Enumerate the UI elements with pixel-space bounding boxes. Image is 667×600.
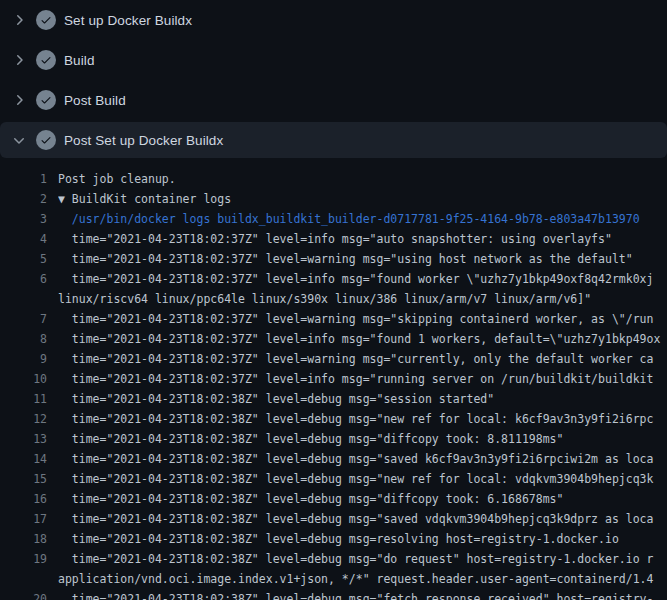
log-line-number[interactable]: 6 (0, 269, 47, 289)
log-line: 4 time="2021-04-23T18:02:37Z" level=info… (0, 229, 667, 249)
log-line: 14 time="2021-04-23T18:02:38Z" level=deb… (0, 449, 667, 469)
log-viewer: 1 Post job cleanup. 2 ▼ BuildKit contain… (0, 169, 667, 600)
log-line: 3 /usr/bin/docker logs buildx_buildkit_b… (0, 209, 667, 229)
log-line-number[interactable]: 19 (0, 549, 47, 569)
log-line: 16 time="2021-04-23T18:02:38Z" level=deb… (0, 489, 667, 509)
chevron-right-icon (11, 12, 27, 28)
log-line-number (0, 289, 47, 309)
log-line: 5 time="2021-04-23T18:02:37Z" level=warn… (0, 249, 667, 269)
log-line: 1 Post job cleanup. (0, 169, 667, 189)
step-title: Set up Docker Buildx (64, 13, 192, 28)
log-line-number[interactable]: 4 (0, 229, 47, 249)
log-line-number[interactable]: 9 (0, 349, 47, 369)
steps-list: Set up Docker Buildx Build Post Build (0, 0, 667, 158)
log-line-text: time="2021-04-23T18:02:37Z" level=warnin… (58, 349, 667, 369)
log-line-text: /usr/bin/docker logs buildx_buildkit_bui… (58, 209, 667, 229)
step-header-1[interactable]: Build (0, 40, 667, 80)
log-line: 2 ▼ BuildKit container logs (0, 189, 667, 209)
log-line-text: time="2021-04-23T18:02:38Z" level=debug … (58, 489, 667, 509)
log-line-text: time="2021-04-23T18:02:38Z" level=debug … (58, 469, 667, 489)
log-line-text: time="2021-04-23T18:02:38Z" level=debug … (58, 589, 667, 600)
log-line: 18 time="2021-04-23T18:02:38Z" level=deb… (0, 529, 667, 549)
log-line-text[interactable]: ▼ BuildKit container logs (58, 189, 667, 209)
log-line-number[interactable]: 1 (0, 169, 47, 189)
step-title: Post Set up Docker Buildx (64, 133, 223, 148)
log-line-number[interactable]: 16 (0, 489, 47, 509)
log-line: 6 time="2021-04-23T18:02:37Z" level=info… (0, 269, 667, 289)
log-line-number[interactable]: 14 (0, 449, 47, 469)
log-line-number[interactable]: 17 (0, 509, 47, 529)
log-line-number[interactable]: 8 (0, 329, 47, 349)
log-line-number[interactable]: 20 (0, 589, 47, 600)
log-line-number[interactable]: 11 (0, 389, 47, 409)
log-line-number[interactable]: 3 (0, 209, 47, 229)
log-line-text: Post job cleanup. (58, 169, 667, 189)
log-line: 10 time="2021-04-23T18:02:37Z" level=inf… (0, 369, 667, 389)
log-line-text: linux/riscv64 linux/ppc64le linux/s390x … (58, 289, 667, 309)
log-line-text: time="2021-04-23T18:02:37Z" level=info m… (58, 329, 667, 349)
chevron-right-icon (11, 92, 27, 108)
step-header-3[interactable]: Post Set up Docker Buildx (0, 122, 667, 158)
step-header-0[interactable]: Set up Docker Buildx (0, 0, 667, 40)
chevron-right-icon (11, 52, 27, 68)
log-line-text: time="2021-04-23T18:02:38Z" level=debug … (58, 449, 667, 469)
check-circle-icon (36, 90, 56, 110)
log-line: 9 time="2021-04-23T18:02:37Z" level=warn… (0, 349, 667, 369)
log-line-text: time="2021-04-23T18:02:38Z" level=debug … (58, 549, 667, 569)
log-line: application/vnd.oci.image.index.v1+json,… (0, 569, 667, 589)
step-title: Build (64, 53, 95, 68)
log-line-text: time="2021-04-23T18:02:38Z" level=debug … (58, 529, 667, 549)
log-line: 20 time="2021-04-23T18:02:38Z" level=deb… (0, 589, 667, 600)
log-line-text: time="2021-04-23T18:02:37Z" level=warnin… (58, 309, 667, 329)
log-line-text: time="2021-04-23T18:02:38Z" level=debug … (58, 429, 667, 449)
log-line-text: time="2021-04-23T18:02:37Z" level=info m… (58, 369, 667, 389)
check-circle-icon (36, 50, 56, 70)
log-line-text: time="2021-04-23T18:02:38Z" level=debug … (58, 409, 667, 429)
log-line-number[interactable]: 2 (0, 189, 47, 209)
log-line-text: time="2021-04-23T18:02:38Z" level=debug … (58, 509, 667, 529)
step-header-2[interactable]: Post Build (0, 80, 667, 120)
log-line-text: time="2021-04-23T18:02:37Z" level=warnin… (58, 249, 667, 269)
log-line-text: time="2021-04-23T18:02:37Z" level=info m… (58, 229, 667, 249)
chevron-down-icon (11, 132, 27, 148)
log-line-number[interactable]: 10 (0, 369, 47, 389)
log-line: linux/riscv64 linux/ppc64le linux/s390x … (0, 289, 667, 309)
log-line-number (0, 569, 47, 589)
log-line-number[interactable]: 7 (0, 309, 47, 329)
log-line-number[interactable]: 5 (0, 249, 47, 269)
step-title: Post Build (64, 93, 126, 108)
log-line-number[interactable]: 13 (0, 429, 47, 449)
log-line: 15 time="2021-04-23T18:02:38Z" level=deb… (0, 469, 667, 489)
log-line: 19 time="2021-04-23T18:02:38Z" level=deb… (0, 549, 667, 569)
log-line: 11 time="2021-04-23T18:02:38Z" level=deb… (0, 389, 667, 409)
log-line-number[interactable]: 15 (0, 469, 47, 489)
log-line: 13 time="2021-04-23T18:02:38Z" level=deb… (0, 429, 667, 449)
check-circle-icon (36, 10, 56, 30)
log-line-number[interactable]: 12 (0, 409, 47, 429)
log-line-number[interactable]: 18 (0, 529, 47, 549)
log-line: 8 time="2021-04-23T18:02:37Z" level=info… (0, 329, 667, 349)
log-line: 7 time="2021-04-23T18:02:37Z" level=warn… (0, 309, 667, 329)
log-line-text: application/vnd.oci.image.index.v1+json,… (58, 569, 667, 589)
log-line: 12 time="2021-04-23T18:02:38Z" level=deb… (0, 409, 667, 429)
check-circle-icon (36, 130, 56, 150)
log-line-text: time="2021-04-23T18:02:38Z" level=debug … (58, 389, 667, 409)
log-line-text: time="2021-04-23T18:02:37Z" level=info m… (58, 269, 667, 289)
log-line: 17 time="2021-04-23T18:02:38Z" level=deb… (0, 509, 667, 529)
